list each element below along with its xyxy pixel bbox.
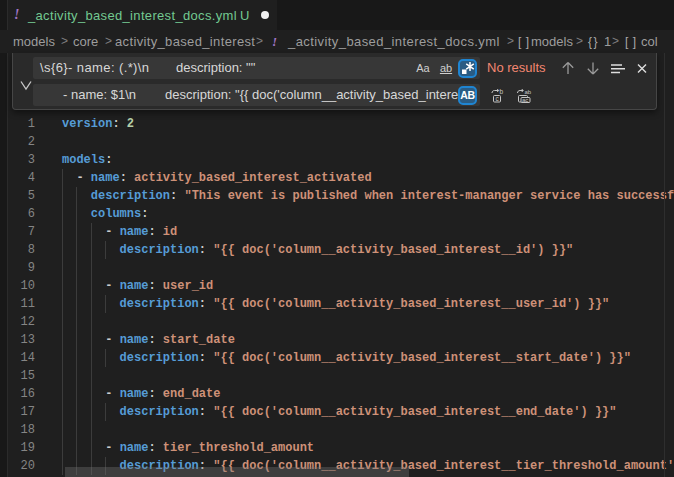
- svg-text:ab: ab: [525, 89, 532, 95]
- svg-text:c: c: [496, 95, 500, 102]
- svg-text:b: b: [500, 88, 504, 95]
- svg-text:ac: ac: [522, 97, 528, 103]
